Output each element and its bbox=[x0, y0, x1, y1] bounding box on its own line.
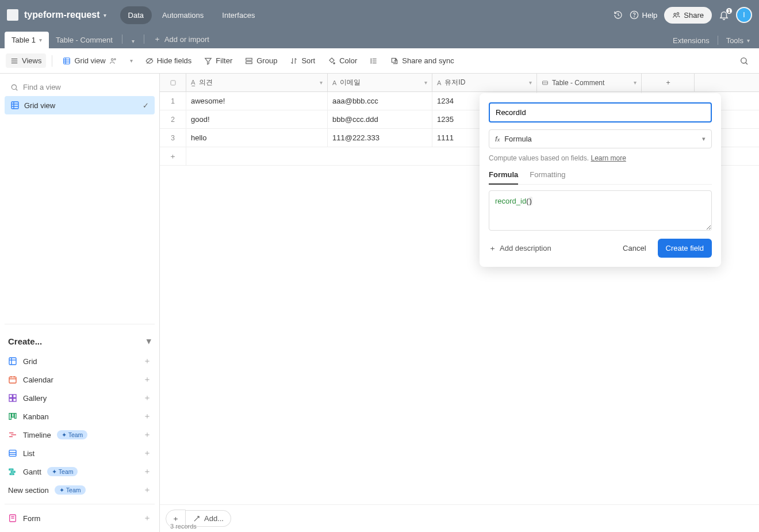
plus-icon[interactable]: ＋ bbox=[143, 393, 151, 403]
column-header-email[interactable]: A 이메일 ▾ bbox=[328, 74, 432, 91]
hide-fields-button[interactable]: Hide fields bbox=[141, 53, 197, 68]
nav-tab-data[interactable]: Data bbox=[120, 6, 152, 24]
record-count: 3 records bbox=[170, 523, 197, 530]
plus-icon[interactable]: ＋ bbox=[143, 374, 151, 385]
cancel-button[interactable]: Cancel bbox=[617, 239, 651, 257]
column-header-userid[interactable]: A 유저ID ▾ bbox=[432, 74, 537, 91]
base-chevron-icon[interactable]: ▾ bbox=[103, 12, 106, 18]
sidebar-view-grid[interactable]: Grid view ✓ bbox=[5, 96, 155, 114]
share-button[interactable]: Share bbox=[664, 7, 712, 24]
tab-divider bbox=[144, 35, 144, 44]
add-row-button[interactable]: ＋ bbox=[160, 147, 186, 165]
select-all-checkbox[interactable] bbox=[160, 74, 186, 91]
create-form[interactable]: Form＋ bbox=[5, 509, 155, 527]
view-options-chevron[interactable]: ▾ bbox=[125, 55, 137, 67]
cell[interactable]: awesome! bbox=[186, 92, 328, 110]
grid-view-switcher[interactable]: Grid view bbox=[58, 53, 121, 68]
create-timeline[interactable]: Timeline ✦ Team ＋ bbox=[5, 426, 155, 444]
base-name[interactable]: typeform-request bbox=[24, 10, 100, 20]
plus-icon: ＋ bbox=[489, 243, 496, 254]
search-button[interactable] bbox=[735, 53, 753, 68]
views-button[interactable]: Views bbox=[6, 53, 46, 68]
nav-tab-automations[interactable]: Automations bbox=[154, 6, 212, 24]
share-sync-button[interactable]: Share and sync bbox=[386, 53, 458, 68]
history-icon[interactable] bbox=[614, 10, 623, 20]
column-header-opinion[interactable]: A̲ 의견 ▾ bbox=[186, 74, 328, 91]
cell[interactable]: hello bbox=[186, 129, 328, 147]
svg-rect-39 bbox=[13, 395, 16, 397]
field-type-select[interactable]: fx Formula ▾ bbox=[489, 129, 712, 148]
chevron-down-icon: ▾ bbox=[147, 336, 151, 346]
svg-rect-40 bbox=[9, 399, 12, 401]
table-tab-1[interactable]: Table 1 ▾ bbox=[5, 32, 49, 48]
plus-icon[interactable]: ＋ bbox=[143, 411, 151, 422]
text-icon: A bbox=[332, 79, 336, 86]
chevron-down-icon[interactable]: ▾ bbox=[634, 79, 637, 86]
hide-fields-label: Hide fields bbox=[157, 56, 192, 65]
svg-point-2 bbox=[674, 13, 676, 16]
create-gallery[interactable]: Gallery＋ bbox=[5, 389, 155, 407]
divider bbox=[5, 504, 155, 504]
field-name-input[interactable] bbox=[489, 102, 712, 123]
formula-function-name: record_id bbox=[495, 197, 526, 205]
cell[interactable]: bbb@ccc.ddd bbox=[328, 110, 432, 128]
cell[interactable]: 111@222.333 bbox=[328, 129, 432, 147]
check-icon: ✓ bbox=[143, 101, 149, 110]
svg-rect-48 bbox=[9, 450, 16, 457]
group-button[interactable]: Group bbox=[240, 53, 282, 68]
help-button[interactable]: Help bbox=[630, 10, 658, 20]
cell[interactable]: good! bbox=[186, 110, 328, 128]
avatar[interactable]: I bbox=[736, 7, 752, 23]
chevron-down-icon[interactable]: ▾ bbox=[529, 79, 532, 86]
plus-icon[interactable]: ＋ bbox=[143, 466, 151, 477]
table-tab-more[interactable]: ▾ bbox=[125, 34, 141, 48]
chevron-down-icon[interactable]: ▾ bbox=[424, 79, 427, 86]
color-button[interactable]: Color bbox=[323, 53, 362, 68]
plus-icon[interactable]: ＋ bbox=[143, 485, 151, 495]
svg-rect-34 bbox=[9, 377, 16, 383]
view-toolbar: Views Grid view ▾ Hide fields Filter Gro… bbox=[0, 48, 759, 74]
tools-label: Tools bbox=[726, 36, 743, 45]
table-tab-2[interactable]: Table - Comment bbox=[49, 32, 120, 48]
nav-tab-interfaces[interactable]: Interfaces bbox=[214, 6, 263, 24]
row-height-button[interactable] bbox=[365, 54, 382, 68]
formula-paren-close: ) bbox=[529, 197, 532, 205]
sort-button[interactable]: Sort bbox=[285, 53, 320, 68]
svg-point-12 bbox=[114, 58, 115, 59]
column-header-comment-link[interactable]: Table - Comment ▾ bbox=[537, 74, 642, 91]
extensions-button[interactable]: Extensions bbox=[673, 36, 710, 45]
plus-icon[interactable]: ＋ bbox=[143, 356, 151, 366]
formula-editor[interactable]: record_id() bbox=[489, 190, 712, 231]
tab-formula[interactable]: Formula bbox=[489, 170, 518, 185]
chevron-down-icon[interactable]: ▾ bbox=[320, 79, 323, 86]
notifications-button[interactable]: 1 bbox=[719, 10, 729, 20]
plus-icon[interactable]: ＋ bbox=[143, 430, 151, 440]
create-kanban[interactable]: Kanban＋ bbox=[5, 407, 155, 426]
add-or-import-button[interactable]: ＋ Add or import bbox=[147, 30, 216, 48]
add-description-button[interactable]: ＋ Add description bbox=[489, 243, 551, 254]
app-logo[interactable] bbox=[7, 9, 18, 21]
create-gantt[interactable]: Gantt ✦ Team ＋ bbox=[5, 462, 155, 481]
learn-more-link[interactable]: Learn more bbox=[591, 154, 626, 162]
create-grid[interactable]: Grid＋ bbox=[5, 352, 155, 370]
main-area: Find a view Grid view ✓ Create... ▾ Grid… bbox=[0, 74, 759, 532]
create-new-section-label: New section bbox=[8, 486, 49, 495]
create-list-label: List bbox=[23, 449, 34, 458]
filter-button[interactable]: Filter bbox=[200, 53, 237, 68]
plus-icon[interactable]: ＋ bbox=[143, 448, 151, 458]
svg-rect-52 bbox=[11, 471, 15, 472]
svg-point-25 bbox=[12, 85, 16, 89]
views-label: Views bbox=[22, 56, 41, 65]
add-column-button[interactable]: ＋ bbox=[642, 74, 695, 91]
tools-button[interactable]: Tools ▾ bbox=[726, 36, 750, 45]
create-list[interactable]: List＋ bbox=[5, 444, 155, 462]
create-field-button[interactable]: Create field bbox=[658, 239, 712, 258]
create-new-section[interactable]: New section ✦ Team ＋ bbox=[5, 481, 155, 499]
chevron-down-icon[interactable]: ▾ bbox=[39, 37, 42, 43]
cell[interactable]: aaa@bbb.ccc bbox=[328, 92, 432, 110]
create-header[interactable]: Create... ▾ bbox=[5, 330, 155, 352]
plus-icon[interactable]: ＋ bbox=[143, 513, 151, 523]
create-calendar[interactable]: Calendar＋ bbox=[5, 370, 155, 389]
tab-formatting[interactable]: Formatting bbox=[530, 170, 565, 184]
find-view-input[interactable]: Find a view bbox=[5, 78, 155, 96]
